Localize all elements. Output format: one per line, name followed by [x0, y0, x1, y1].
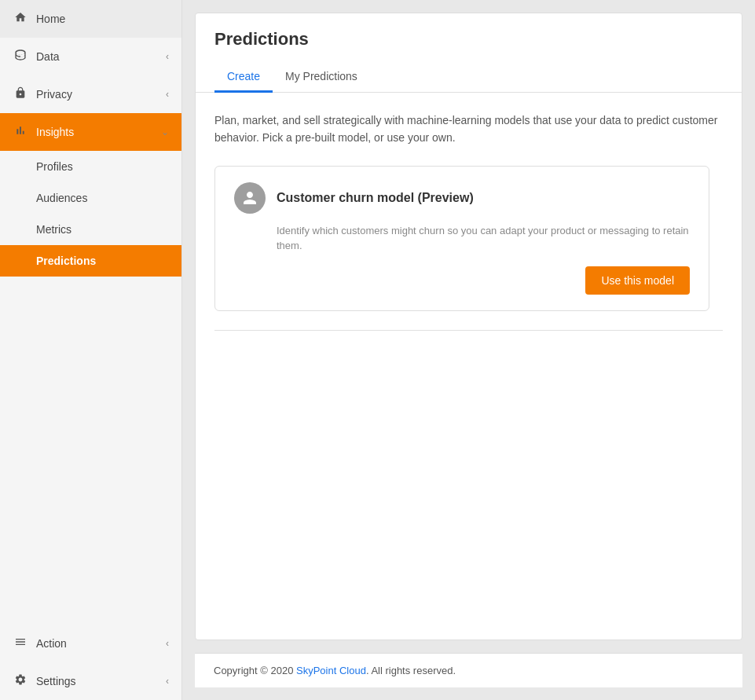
person-icon	[240, 189, 259, 207]
data-chevron-icon: ‹	[166, 51, 169, 62]
sidebar-item-action[interactable]: Action ‹	[0, 625, 181, 662]
sidebar-item-insights-label: Insights	[36, 126, 74, 138]
action-chevron-icon: ‹	[166, 638, 169, 649]
sidebar: Home Data ‹ Privacy ‹ Insights ⌄ Profile…	[0, 0, 182, 700]
page-title: Predictions	[214, 29, 723, 49]
action-icon	[13, 636, 28, 651]
model-card: Customer churn model (Preview) Identify …	[214, 166, 709, 311]
sidebar-item-home[interactable]: Home	[0, 0, 181, 38]
content-card: Predictions Create My Predictions Plan, …	[195, 13, 742, 640]
sidebar-sub-item-profiles[interactable]: Profiles	[0, 151, 181, 182]
sidebar-item-insights[interactable]: Insights ⌄	[0, 113, 181, 151]
model-avatar	[234, 182, 266, 214]
privacy-chevron-icon: ‹	[166, 89, 169, 100]
sidebar-item-settings-label: Settings	[36, 675, 76, 687]
footer-link[interactable]: SkyPoint Cloud	[296, 665, 366, 676]
sidebar-item-settings[interactable]: Settings ‹	[0, 662, 181, 700]
sidebar-sub-item-metrics[interactable]: Metrics	[0, 214, 181, 245]
insights-chevron-icon: ⌄	[161, 126, 169, 137]
model-description: Identify which customers might churn so …	[277, 223, 690, 254]
sidebar-item-privacy-label: Privacy	[36, 88, 72, 101]
model-card-footer: Use this model	[234, 266, 690, 295]
page-body: Plan, market, and sell strategically wit…	[196, 93, 742, 385]
sidebar-item-action-label: Action	[36, 637, 67, 650]
main-content: Predictions Create My Predictions Plan, …	[182, 0, 755, 700]
sidebar-item-home-label: Home	[36, 13, 65, 25]
section-divider	[214, 330, 723, 331]
use-this-model-button[interactable]: Use this model	[585, 266, 690, 295]
sidebar-sub-item-profiles-label: Profiles	[36, 160, 73, 173]
tab-my-predictions[interactable]: My Predictions	[273, 62, 370, 93]
sidebar-sub-item-audiences[interactable]: Audiences	[0, 182, 181, 214]
sidebar-item-data[interactable]: Data ‹	[0, 38, 181, 75]
description-text: Plan, market, and sell strategically wit…	[214, 112, 723, 147]
sidebar-sub-item-predictions-label: Predictions	[36, 255, 96, 267]
footer: Copyright © 2020 SkyPoint Cloud. All rig…	[195, 653, 742, 687]
sidebar-sub-item-audiences-label: Audiences	[36, 192, 87, 204]
model-title: Customer churn model (Preview)	[277, 191, 474, 205]
sidebar-sub-item-metrics-label: Metrics	[36, 223, 71, 236]
settings-icon	[13, 673, 28, 689]
footer-copyright: Copyright © 2020 SkyPoint Cloud. All rig…	[214, 665, 456, 676]
sidebar-item-data-label: Data	[36, 50, 60, 63]
sidebar-sub-item-predictions[interactable]: Predictions	[0, 245, 181, 277]
insights-icon	[13, 124, 28, 140]
privacy-icon	[13, 86, 28, 102]
sidebar-item-privacy[interactable]: Privacy ‹	[0, 75, 181, 113]
tab-create[interactable]: Create	[214, 62, 273, 93]
page-header: Predictions Create My Predictions	[196, 13, 742, 93]
tabs-bar: Create My Predictions	[214, 62, 723, 92]
settings-chevron-icon: ‹	[166, 676, 169, 687]
data-icon	[13, 49, 28, 64]
model-card-header: Customer churn model (Preview)	[234, 182, 690, 214]
home-icon	[13, 11, 28, 27]
